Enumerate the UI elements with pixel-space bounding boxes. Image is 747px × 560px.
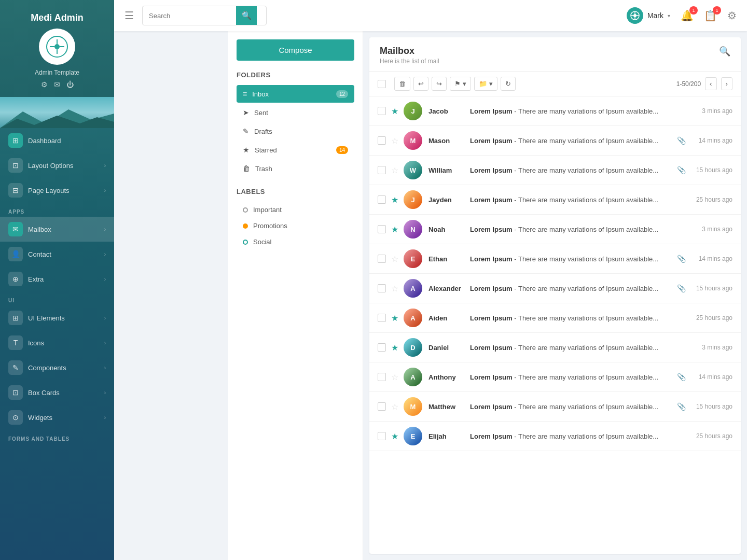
mail-star-1[interactable]: ☆ <box>391 136 398 146</box>
sidebar-item-label-layout: Layout Options <box>28 162 104 170</box>
mail-checkbox-4[interactable] <box>378 225 386 233</box>
mail-checkbox-8[interactable] <box>378 343 386 352</box>
label-important[interactable]: Important <box>237 202 354 218</box>
prev-page-button[interactable]: ‹ <box>705 77 716 90</box>
mail-checkbox-10[interactable] <box>378 402 386 411</box>
mail-row[interactable]: ☆ A Alexander Lorem Ipsum - There are ma… <box>369 274 741 303</box>
mail-row[interactable]: ★ J Jayden Lorem Ipsum - There are many … <box>369 185 741 215</box>
mail-checkbox-1[interactable] <box>378 136 386 145</box>
mail-row[interactable]: ☆ E Ethan Lorem Ipsum - There are many v… <box>369 244 741 274</box>
mail-star-10[interactable]: ☆ <box>391 402 398 412</box>
sidebar-item-extra[interactable]: ⊕ Extra › <box>0 267 114 291</box>
mail-row[interactable]: ★ E Elijah Lorem Ipsum - There are many … <box>369 422 741 451</box>
label-social[interactable]: Social <box>237 234 354 250</box>
mailbox-search-icon[interactable]: 🔍 <box>719 46 730 57</box>
sidebar-item-dashboard[interactable]: ⊞ Dashboard <box>0 128 114 153</box>
mail-checkbox-2[interactable] <box>378 166 386 174</box>
folder-trash[interactable]: 🗑 Trash <box>237 160 354 177</box>
search-icon: 🔍 <box>242 11 252 20</box>
mail-row[interactable]: ☆ W William Lorem Ipsum - There are many… <box>369 156 741 185</box>
hamburger-menu-icon[interactable]: ☰ <box>125 9 134 22</box>
user-menu[interactable]: Mark ▾ <box>627 7 670 24</box>
search-input[interactable] <box>143 8 236 24</box>
search-button[interactable]: 🔍 <box>236 6 257 25</box>
mail-star-11[interactable]: ★ <box>391 431 398 441</box>
mail-subject-11: Lorem Ipsum - There are many variations … <box>470 432 672 440</box>
mail-icon[interactable]: ✉ <box>54 80 60 89</box>
folder-inbox[interactable]: ≡ Inbox 12 <box>237 85 354 103</box>
mail-checkbox-9[interactable] <box>378 373 386 381</box>
attachment-icon-2: 📎 <box>677 166 686 174</box>
label-important-label: Important <box>253 206 282 214</box>
next-page-button[interactable]: › <box>721 77 732 90</box>
settings-icon[interactable]: ⚙ <box>41 80 48 89</box>
chevron-right-icon-5: › <box>104 276 106 282</box>
sidebar-item-components[interactable]: ✎ Components › <box>0 355 114 380</box>
mail-avatar-0: J <box>404 102 422 120</box>
mail-star-8[interactable]: ★ <box>391 343 398 353</box>
sidebar-item-layout-options[interactable]: ⊡ Layout Options › <box>0 153 114 178</box>
folder-sent-label: Sent <box>254 109 268 117</box>
mail-star-5[interactable]: ☆ <box>391 254 398 264</box>
mail-checkbox-6[interactable] <box>378 284 386 292</box>
folder-button[interactable]: 📁 ▾ <box>474 77 497 91</box>
compose-button[interactable]: Compose <box>237 39 354 61</box>
select-all-checkbox[interactable] <box>378 80 386 88</box>
mail-checkbox-7[interactable] <box>378 314 386 322</box>
mail-row[interactable]: ★ D Daniel Lorem Ipsum - There are many … <box>369 333 741 362</box>
social-dot <box>243 240 248 245</box>
mail-star-6[interactable]: ☆ <box>391 284 398 293</box>
refresh-button[interactable]: ↻ <box>501 77 516 91</box>
svg-point-1 <box>54 44 60 49</box>
topbar: ☰ 🔍 Mark ▾ 🔔 1 <box>114 0 747 31</box>
mail-star-2[interactable]: ☆ <box>391 165 398 175</box>
sidebar-item-ui-elements[interactable]: ⊞ UI Elements › <box>0 305 114 330</box>
mail-row[interactable]: ★ A Aiden Lorem Ipsum - There are many v… <box>369 303 741 333</box>
notification-badge: 1 <box>689 6 698 15</box>
sidebar-item-widgets[interactable]: ⊙ Widgets › <box>0 405 114 430</box>
folder-drafts-label: Drafts <box>254 128 272 135</box>
clipboard-icon[interactable]: 📋 1 <box>704 9 717 22</box>
sidebar-item-label-icons: Icons <box>28 339 104 347</box>
sidebar-item-mailbox[interactable]: ✉ Mailbox › <box>0 217 114 242</box>
settings-gear-icon[interactable]: ⚙ <box>727 9 737 22</box>
mail-star-7[interactable]: ★ <box>391 313 398 323</box>
mail-row[interactable]: ★ J Jacob Lorem Ipsum - There are many v… <box>369 96 741 126</box>
mail-star-3[interactable]: ★ <box>391 195 398 205</box>
sent-icon: ➤ <box>243 108 249 117</box>
mail-checkbox-11[interactable] <box>378 432 386 440</box>
folder-drafts[interactable]: ✎ Drafts <box>237 122 354 140</box>
sidebar-item-page-layouts[interactable]: ⊟ Page Layouts › <box>0 178 114 203</box>
mail-row[interactable]: ☆ M Matthew Lorem Ipsum - There are many… <box>369 392 741 422</box>
mail-star-0[interactable]: ★ <box>391 106 398 116</box>
notification-bell[interactable]: 🔔 1 <box>681 9 694 22</box>
mail-sender-9: Anthony <box>428 373 470 381</box>
label-promotions[interactable]: Promotions <box>237 218 354 234</box>
mail-checkbox-5[interactable] <box>378 255 386 263</box>
power-icon[interactable]: ⏻ <box>66 80 74 89</box>
sidebar-item-icons[interactable]: T Icons › <box>0 330 114 355</box>
folder-starred[interactable]: ★ Starred 14 <box>237 141 354 159</box>
components-icon: ✎ <box>8 360 23 375</box>
mailbox-icon: ✉ <box>8 222 23 236</box>
mail-toolbar: 🗑 ↩ ↪ ⚑ ▾ 📁 ▾ ↻ 1-50/200 <box>369 72 741 96</box>
delete-button[interactable]: 🗑 <box>394 77 410 91</box>
refresh-icon: ↻ <box>505 80 511 88</box>
mail-star-9[interactable]: ☆ <box>391 372 398 382</box>
mail-row[interactable]: ☆ M Mason Lorem Ipsum - There are many v… <box>369 126 741 156</box>
mail-subject-2: Lorem Ipsum - There are many variations … <box>470 166 672 174</box>
apps-section-label: APPS <box>0 203 114 217</box>
sidebar-item-box-cards[interactable]: ⊡ Box Cards › <box>0 380 114 405</box>
mail-checkbox-3[interactable] <box>378 195 386 204</box>
mail-row[interactable]: ★ N Noah Lorem Ipsum - There are many va… <box>369 215 741 244</box>
ui-elements-icon: ⊞ <box>8 311 23 325</box>
mail-checkbox-0[interactable] <box>378 107 386 115</box>
forward-button[interactable]: ↪ <box>432 77 447 91</box>
mail-star-4[interactable]: ★ <box>391 225 398 234</box>
reply-button[interactable]: ↩ <box>413 77 428 91</box>
folder-sent[interactable]: ➤ Sent <box>237 104 354 121</box>
flag-button[interactable]: ⚑ ▾ <box>450 77 471 91</box>
mail-row[interactable]: ☆ A Anthony Lorem Ipsum - There are many… <box>369 362 741 392</box>
reply-icon: ↩ <box>418 80 424 88</box>
sidebar-item-contact[interactable]: 👤 Contact › <box>0 242 114 267</box>
